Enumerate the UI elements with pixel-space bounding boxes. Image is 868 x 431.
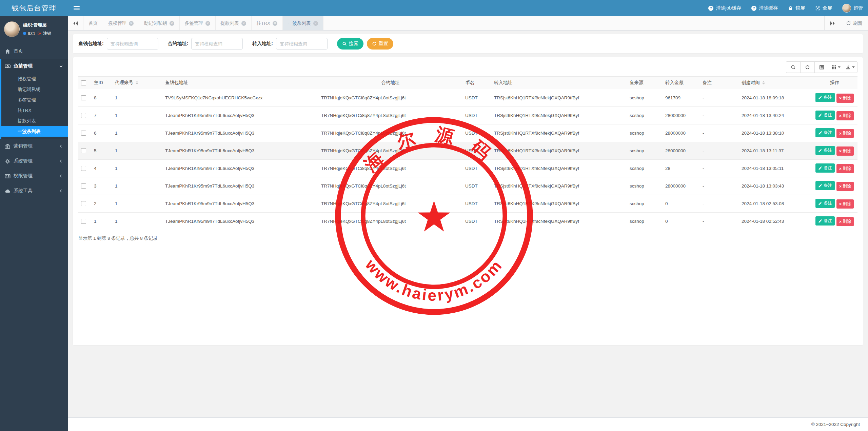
- sidebar-subitem-3[interactable]: 转TRX: [1, 105, 68, 116]
- remark-button[interactable]: 备注: [815, 199, 835, 208]
- tab-5[interactable]: 转TRX×: [252, 16, 283, 30]
- delete-button[interactable]: ×删除: [836, 199, 854, 209]
- sidebar-subitem-4[interactable]: 提款列表: [1, 116, 68, 126]
- sidebar-subitem-5[interactable]: 一波杀列表: [1, 126, 68, 137]
- cell-actions: 备注×删除: [812, 213, 857, 230]
- user-id-label: ID:1: [28, 31, 35, 36]
- remark-button[interactable]: 备注: [815, 181, 835, 190]
- cell-wallet: TV9LSyMSFKQ1c7NCqxohUECRHCK5wcCxzx: [162, 89, 318, 107]
- tab-6[interactable]: 一波杀列表×: [283, 16, 323, 30]
- fullscreen-button[interactable]: 全屏: [810, 0, 837, 16]
- tabs-scroll-right-button[interactable]: [824, 16, 840, 30]
- search-icon: [791, 65, 796, 70]
- remark-button[interactable]: 备注: [815, 216, 835, 226]
- table-row: 51TJeamPKhR1Kr95m9n7TdL6uxcAofjvH5Q3TR7N…: [78, 142, 857, 160]
- delete-button[interactable]: ×删除: [836, 129, 854, 138]
- delete-button-label: 删除: [843, 166, 851, 172]
- table-refresh-button[interactable]: [800, 61, 815, 73]
- row-checkbox[interactable]: [81, 166, 86, 171]
- cell-coin: USDT: [462, 213, 491, 230]
- col-coin: 币名: [462, 77, 491, 89]
- remark-button-label: 备注: [824, 148, 832, 153]
- tab-0[interactable]: 首页: [83, 16, 103, 30]
- row-checkbox[interactable]: [81, 219, 86, 224]
- refresh-tab-button[interactable]: 刷新: [840, 16, 868, 30]
- tab-1[interactable]: 授权管理×: [103, 16, 139, 30]
- cell-actions: 备注×删除: [812, 195, 857, 213]
- logout-link[interactable]: 注销: [43, 31, 51, 36]
- delete-button[interactable]: ×删除: [836, 217, 854, 226]
- cell-amount: 961709: [663, 89, 700, 107]
- tab-close-icon[interactable]: ×: [241, 21, 246, 26]
- to-address-input[interactable]: [276, 38, 328, 50]
- tab-bar: 首页授权管理×助记词私钥×多签管理×提款列表×转TRX×一波杀列表× 刷新: [68, 16, 868, 31]
- cell-amount: 28000000: [663, 107, 700, 124]
- remark-button[interactable]: 备注: [815, 163, 835, 173]
- sidebar-toggle-icon[interactable]: [68, 0, 85, 16]
- cell-amount: 28000000: [663, 124, 700, 142]
- delete-button[interactable]: ×删除: [836, 164, 854, 173]
- delete-button[interactable]: ×删除: [836, 182, 854, 191]
- cell-source: scshop: [627, 124, 663, 142]
- delete-button[interactable]: ×删除: [836, 146, 854, 156]
- tab-2[interactable]: 助记词私钥×: [139, 16, 180, 30]
- sidebar-item-home[interactable]: 首页: [0, 44, 68, 59]
- close-icon: ×: [839, 96, 842, 100]
- sidebar-subitem-0[interactable]: 授权管理: [1, 74, 68, 84]
- sidebar-item-permissions[interactable]: 权限管理: [0, 169, 68, 183]
- delete-button[interactable]: ×删除: [836, 111, 854, 120]
- row-checkbox[interactable]: [81, 113, 86, 118]
- avatar: [4, 21, 20, 37]
- reset-button[interactable]: 重置: [367, 38, 393, 50]
- remark-button[interactable]: 备注: [815, 111, 835, 120]
- row-checkbox[interactable]: [81, 148, 86, 153]
- sidebar-item-fish-management[interactable]: 鱼苗管理: [1, 59, 68, 74]
- tab-3[interactable]: 多签管理×: [180, 16, 216, 30]
- export-button[interactable]: [843, 61, 857, 73]
- row-checkbox[interactable]: [81, 95, 86, 100]
- row-checkbox[interactable]: [81, 131, 86, 136]
- lock-screen-button[interactable]: 锁屏: [783, 0, 810, 16]
- sidebar-item-label: 权限管理: [14, 173, 33, 179]
- tab-close-icon[interactable]: ×: [273, 21, 277, 26]
- tab-close-icon[interactable]: ×: [129, 21, 134, 26]
- cell-source: scshop: [627, 195, 663, 213]
- clear-job-cache-button[interactable]: ? 清除job缓存: [703, 0, 746, 16]
- remark-button[interactable]: 备注: [815, 146, 835, 155]
- row-checkbox[interactable]: [81, 183, 86, 189]
- table-row: 61TJeamPKhR1Kr95m9n7TdL6uxcAofjvH5Q3TR7N…: [78, 124, 857, 142]
- delete-button-label: 删除: [843, 148, 851, 154]
- cell-wallet: TJeamPKhR1Kr95m9n7TdL6uxcAofjvH5Q3: [162, 160, 318, 177]
- refresh-label: 刷新: [853, 20, 862, 26]
- tab-close-icon[interactable]: ×: [170, 21, 174, 26]
- tab-close-icon[interactable]: ×: [205, 21, 210, 26]
- tab-close-icon[interactable]: ×: [313, 21, 318, 26]
- columns-button[interactable]: [829, 61, 843, 73]
- select-all-checkbox[interactable]: [81, 80, 86, 85]
- sort-icon[interactable]: [762, 81, 765, 84]
- records-table: 主ID 代理账号 鱼钱包地址 合约地址 币名 转入地址 鱼来源 转入金额 备注 …: [78, 76, 857, 230]
- clear-cache-button[interactable]: ? 清除缓存: [746, 0, 783, 16]
- search-button[interactable]: 搜索: [337, 38, 363, 50]
- tabs-scroll-left-button[interactable]: [68, 16, 83, 30]
- sidebar-subitem-2[interactable]: 多签管理: [1, 95, 68, 105]
- toggle-view-button[interactable]: [814, 61, 829, 73]
- delete-button[interactable]: ×删除: [836, 94, 854, 103]
- row-checkbox[interactable]: [81, 201, 86, 206]
- tab-4[interactable]: 提款列表×: [216, 16, 252, 30]
- remark-button-label: 备注: [824, 200, 832, 206]
- sidebar-subitem-1[interactable]: 助记词私钥: [1, 84, 68, 95]
- sidebar-item-marketing[interactable]: 营销管理: [0, 139, 68, 154]
- sidebar-item-label: 鱼苗管理: [14, 63, 33, 69]
- search-icon: [342, 41, 347, 46]
- wallet-address-input[interactable]: [107, 38, 158, 50]
- table-search-button[interactable]: [786, 61, 801, 73]
- remark-button[interactable]: 备注: [815, 93, 835, 102]
- user-menu[interactable]: 超管: [837, 0, 868, 16]
- sort-icon[interactable]: [136, 81, 138, 84]
- remark-button[interactable]: 备注: [815, 128, 835, 137]
- sidebar-item-system[interactable]: 系统管理: [0, 154, 68, 169]
- sidebar-item-tools[interactable]: 系统工具: [0, 183, 68, 198]
- money-icon: [5, 63, 11, 69]
- contract-address-input[interactable]: [191, 38, 243, 50]
